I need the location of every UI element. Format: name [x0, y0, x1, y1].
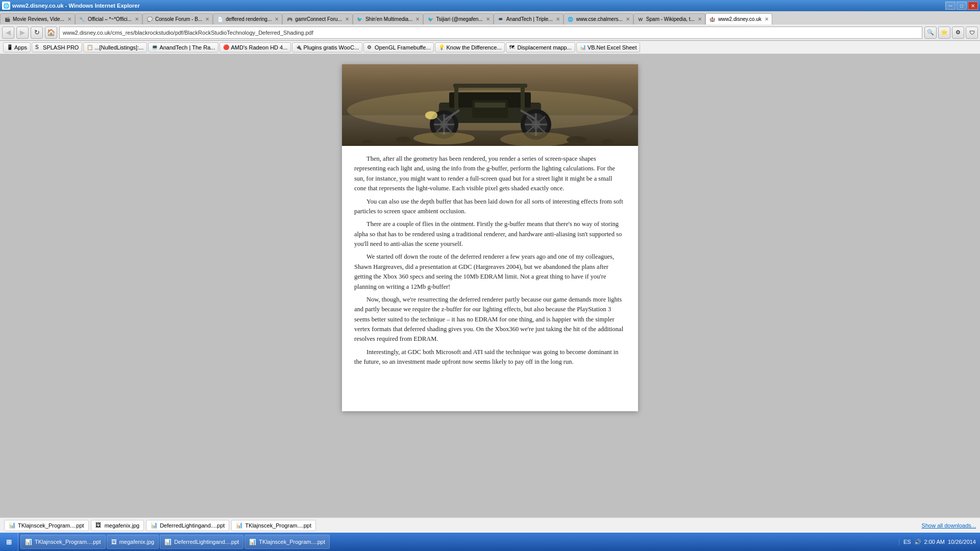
tab-tab10[interactable]: W Spam - Wikipedia, t... ✕: [633, 13, 705, 24]
download-item-2[interactable]: 🖼 megafenix.jpg: [91, 520, 144, 531]
download-label-1: TKlajnscek_Program....ppt: [18, 522, 84, 529]
pdf-paragraph-2: You can also use the depth buffer that h…: [354, 197, 626, 217]
download-icon-1: 📊: [9, 522, 16, 529]
safety-button[interactable]: 🛡: [966, 27, 978, 39]
bookmark-item-6[interactable]: ⚙ OpenGL Framebuffe...: [363, 42, 434, 53]
taskbar-label-3: DeferredLightingand....ppt: [174, 539, 239, 545]
tab-tab4[interactable]: 📄 deffered rendering... ✕: [213, 13, 282, 24]
minimize-button[interactable]: ─: [945, 2, 955, 10]
taskbar-item-1[interactable]: 📊 TKlajnscek_Program....ppt: [20, 535, 106, 549]
taskbar-icon-2: 🖼: [111, 539, 117, 545]
download-item-3[interactable]: 📊 DeferredLightingand....ppt: [146, 520, 229, 531]
bookmark-icon-7: 💡: [438, 44, 445, 51]
home-button[interactable]: 🏠: [45, 27, 57, 39]
bookmark-icon-9: 📊: [580, 44, 586, 51]
refresh-button[interactable]: ↻: [31, 27, 43, 39]
address-bar[interactable]: www2.disney.co.uk/cms_res/blackrockstudi…: [59, 27, 922, 39]
taskbar-label-4: TKlajnscek_Program....ppt: [259, 539, 325, 545]
bookmark-label-8: Displacement mapp...: [517, 44, 571, 51]
forward-button[interactable]: ▶: [16, 27, 29, 39]
pdf-paragraph-6: Interestingly, at GDC both Microsoft and…: [354, 347, 626, 367]
tab-label-tab6: Shin'en Multimedia...: [365, 16, 413, 22]
favorites-button[interactable]: ⭐: [938, 27, 950, 39]
bookmark-item-1[interactable]: S SPLASH PRO: [32, 42, 82, 53]
taskbar: ⊞ 📊 TKlajnscek_Program....ppt 🖼 megafeni…: [0, 533, 980, 551]
taskbar-item-4[interactable]: 📊 TKlajnscek_Program....ppt: [244, 535, 330, 549]
search-button[interactable]: 🔍: [924, 27, 937, 39]
tab-favicon-tab10: W: [637, 16, 644, 23]
maximize-button[interactable]: □: [957, 2, 967, 10]
download-item-4[interactable]: 📊 TKlajnscek_Program....ppt: [231, 520, 316, 531]
tab-close-tab6[interactable]: ✕: [415, 16, 420, 22]
back-button[interactable]: ◀: [2, 27, 14, 39]
bookmark-item-3[interactable]: 💻 AnandTech | The Ra...: [148, 42, 218, 53]
tab-tab6[interactable]: 🐦 Shin'en Multimedia... ✕: [353, 13, 424, 24]
tab-label-tab2: Official – *~*Offici...: [88, 16, 132, 22]
tab-tab2[interactable]: 🔧 Official – *~*Offici... ✕: [75, 13, 142, 24]
tab-tab3[interactable]: 💬 Console Forum - B... ✕: [142, 13, 213, 24]
bookmark-item-8[interactable]: 🗺 Displacement mapp...: [506, 42, 575, 53]
tools-button[interactable]: ⚙: [952, 27, 964, 39]
tab-tab5[interactable]: 🎮 gamrConnect Foru... ✕: [282, 13, 353, 24]
svg-rect-25: [475, 103, 505, 108]
taskbar-item-2[interactable]: 🖼 megafenix.jpg: [107, 535, 159, 549]
tab-tab8[interactable]: 💻 AnandTech | Triple... ✕: [494, 13, 564, 24]
svg-rect-7: [453, 84, 527, 88]
title-bar: 🌐 www2.disney.co.uk - Windows Internet E…: [0, 0, 980, 11]
download-label-2: megafenix.jpg: [105, 522, 140, 529]
bookmark-item-5[interactable]: 🔌 Plugins gratis WooC...: [292, 42, 362, 53]
tab-close-tab8[interactable]: ✕: [556, 16, 560, 22]
tab-close-tab3[interactable]: ✕: [205, 16, 209, 22]
tab-close-tab1[interactable]: ✕: [67, 16, 71, 22]
tab-label-tab11: www2.disney.co.uk: [718, 16, 762, 22]
bookmark-item-2[interactable]: 📋 ...[NulledListings]:...: [83, 42, 147, 53]
tab-favicon-tab1: 🎬: [4, 16, 11, 23]
tab-close-tab2[interactable]: ✕: [135, 16, 139, 22]
tab-label-tab10: Spam - Wikipedia, t...: [646, 16, 695, 22]
tab-close-tab9[interactable]: ✕: [626, 16, 630, 22]
tab-close-tab11[interactable]: ✕: [765, 16, 769, 22]
taskbar-right: ES 🔊 2:00 AM 10/26/2014: [899, 539, 980, 545]
taskbar-icon-3: 📊: [164, 539, 172, 545]
bookmark-icon-5: 🔌: [296, 44, 302, 51]
tab-favicon-tab2: 🔧: [79, 16, 86, 23]
tab-close-tab4[interactable]: ✕: [275, 16, 279, 22]
title-bar-text: www2.disney.co.uk - Windows Internet Exp…: [12, 3, 140, 9]
tab-tab9[interactable]: 🌐 www.cse.chalmers... ✕: [564, 13, 633, 24]
close-button[interactable]: ✕: [968, 2, 978, 10]
tab-favicon-tab4: 📄: [216, 16, 224, 23]
nav-bar: ◀ ▶ ↻ 🏠 www2.disney.co.uk/cms_res/blackr…: [0, 24, 980, 41]
bookmark-item-7[interactable]: 💡 Know the Difference...: [435, 42, 505, 53]
title-bar-left: 🌐 www2.disney.co.uk - Windows Internet E…: [2, 2, 140, 10]
bookmark-item-4[interactable]: 🔴 AMD's Radeon HD 4...: [219, 42, 291, 53]
svg-point-31: [362, 140, 373, 144]
tab-favicon-tab7: 🐦: [427, 16, 434, 23]
tab-tab11[interactable]: 🏰 www2.disney.co.uk ✕: [705, 13, 772, 24]
bookmark-item-9[interactable]: 📊 VB.Net Excel Sheet: [576, 42, 641, 53]
svg-point-32: [601, 139, 614, 144]
taskbar-language: ES: [903, 539, 911, 545]
tab-close-tab5[interactable]: ✕: [345, 16, 349, 22]
tab-favicon-tab6: 🐦: [356, 16, 363, 23]
tab-favicon-tab5: 🎮: [286, 16, 293, 23]
bookmark-item-0[interactable]: 📱 Apps: [3, 42, 31, 53]
pdf-paragraph-1: Then, after all the geometry has been re…: [354, 154, 626, 194]
bookmark-label-9: VB.Net Excel Sheet: [587, 44, 637, 51]
start-button[interactable]: ⊞: [0, 533, 18, 551]
tab-close-tab7[interactable]: ✕: [486, 16, 490, 22]
taskbar-item-3[interactable]: 📊 DeferredLightingand....ppt: [160, 535, 243, 549]
tab-label-tab5: gamrConnect Foru...: [295, 16, 342, 22]
show-all-downloads[interactable]: Show all downloads...: [922, 522, 976, 529]
bookmark-icon-0: 📱: [7, 44, 13, 51]
tab-tab7[interactable]: 🐦 Tsijiari (@megafen... ✕: [423, 13, 493, 24]
tab-favicon-tab11: 🏰: [709, 16, 716, 23]
svg-point-26: [425, 111, 437, 119]
download-item-1[interactable]: 📊 TKlajnscek_Program....ppt: [4, 520, 89, 531]
download-label-3: DeferredLightingand....ppt: [160, 522, 225, 529]
bookmark-icon-2: 📋: [87, 44, 93, 51]
tab-close-tab10[interactable]: ✕: [698, 16, 702, 22]
svg-point-30: [567, 136, 587, 143]
svg-point-27: [413, 132, 475, 144]
tab-tab1[interactable]: 🎬 Movie Reviews, Vide... ✕: [0, 13, 75, 24]
pdf-paragraph-3: There are a couple of flies in the ointm…: [354, 219, 626, 249]
